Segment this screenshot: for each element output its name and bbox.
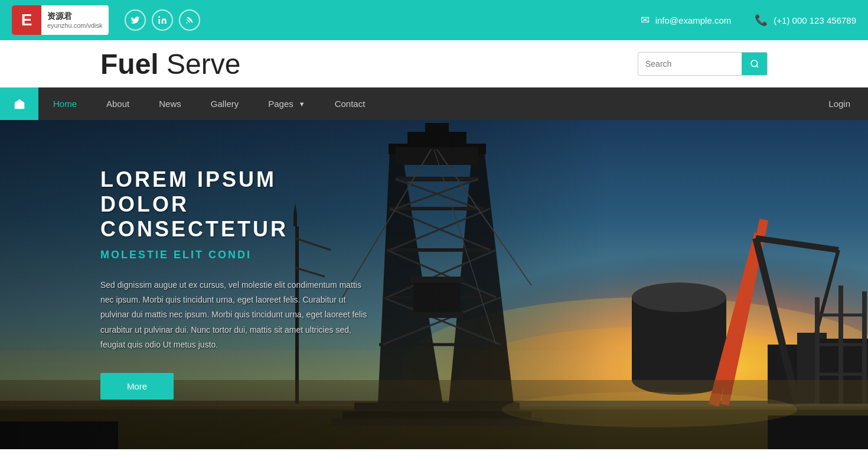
twitter-icon[interactable] [125,9,146,31]
search-box [638,52,768,76]
phone-number: (+1) 000 123 456789 [774,15,856,25]
linkedin-icon[interactable] [152,9,173,31]
navbar: Home About News Gallery Pages ▼ Contact … [0,87,868,120]
nav-item-about[interactable]: About [92,87,144,120]
logo-brand: 资源君 [47,11,103,21]
svg-point-2 [751,60,758,67]
top-bar-right: ✉ info@example.com 📞 (+1) 000 123 456789 [641,14,856,27]
rss-icon[interactable] [179,9,200,31]
header: Fuel Serve [0,40,868,87]
logo-text: 资源君 eyunzhu.com/vdisk [41,11,109,30]
phone-icon: 📞 [755,14,768,27]
svg-point-1 [186,22,187,23]
hero-section: LOREM IPSUM DOLOR CONSECTETUR MOLESTIE E… [0,120,868,449]
email-address: info@example.com [655,15,732,25]
email-contact: ✉ info@example.com [641,14,732,27]
logo-letter: E [12,5,41,35]
hero-subtitle: MOLESTIE ELIT CONDI [100,249,372,261]
search-input[interactable] [638,53,742,75]
phone-contact: 📞 (+1) 000 123 456789 [755,14,856,27]
site-title: Fuel Serve [100,48,240,80]
nav-home-icon[interactable] [0,87,38,120]
nav-item-pages-label: Pages [268,99,293,109]
nav-item-pages[interactable]: Pages ▼ [253,87,319,120]
top-bar: E 资源君 eyunzhu.com/vdisk [0,0,868,40]
email-icon: ✉ [641,14,650,27]
hero-more-button[interactable]: More [100,373,174,400]
chevron-down-icon: ▼ [299,100,305,108]
nav-login[interactable]: Login [811,87,868,120]
hero-title: LOREM IPSUM DOLOR CONSECTETUR [100,167,372,242]
nav-item-home[interactable]: Home [38,87,92,120]
nav-item-contact[interactable]: Contact [320,87,380,120]
svg-rect-4 [18,105,21,108]
nav-item-news[interactable]: News [144,87,196,120]
hero-body: Sed dignissim augue ut ex cursus, vel mo… [100,278,372,352]
social-icons [125,9,200,31]
nav-item-gallery[interactable]: Gallery [196,87,254,120]
site-title-bold: Fuel [100,48,159,80]
site-title-serve: Serve [167,48,240,80]
svg-line-3 [756,66,758,67]
logo-url: eyunzhu.com/vdisk [47,21,103,30]
svg-point-0 [158,16,160,18]
search-button[interactable] [742,53,767,75]
hero-content: LOREM IPSUM DOLOR CONSECTETUR MOLESTIE E… [0,120,472,447]
nav-items: Home About News Gallery Pages ▼ Contact … [38,87,868,120]
logo[interactable]: E 资源君 eyunzhu.com/vdisk [12,5,109,35]
top-bar-left: E 资源君 eyunzhu.com/vdisk [12,5,200,35]
